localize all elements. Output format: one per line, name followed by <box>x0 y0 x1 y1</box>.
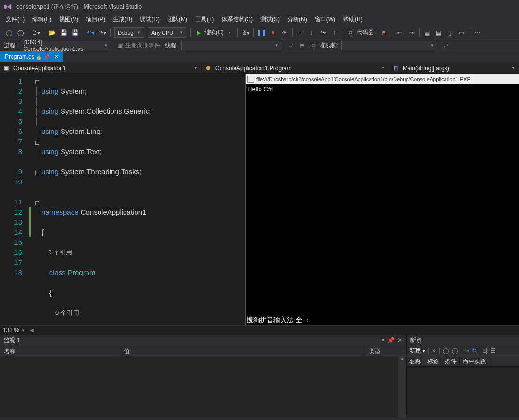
lifecycle-label: 生命周期事件 <box>125 41 160 49</box>
stackframe-combo[interactable]: ▼ <box>341 41 437 50</box>
menu-debug[interactable]: 调试(D) <box>136 14 163 25</box>
bp-disable-icon[interactable]: ◯ <box>452 348 458 354</box>
indent-button[interactable]: ⇥ <box>407 27 416 38</box>
menu-team[interactable]: 团队(M) <box>163 14 191 25</box>
menu-project[interactable]: 项目(P) <box>82 14 109 25</box>
restart-button[interactable]: ⟳ <box>280 27 289 38</box>
close-panel-icon[interactable]: ✕ <box>397 337 402 344</box>
bp-refresh-icon[interactable]: ↻ <box>472 348 477 354</box>
menu-window[interactable]: 窗口(W) <box>311 14 339 25</box>
open-button[interactable]: 📂 <box>47 27 57 38</box>
process-label: 进程: <box>4 41 17 49</box>
step-next-button[interactable]: → <box>296 27 305 38</box>
codemap-label[interactable]: 代码图 <box>357 28 374 36</box>
menu-edit[interactable]: 编辑(E) <box>28 14 55 25</box>
console-output[interactable]: Hello C#! 搜狗拼音输入法 全 ： <box>246 84 519 325</box>
scrollbar[interactable]: ▲ <box>398 356 406 417</box>
tab-label: Program.cs <box>5 53 34 60</box>
step-out-button[interactable]: ↑ <box>330 27 340 38</box>
save-button[interactable]: 💾 <box>59 27 68 38</box>
bp-export-icon[interactable]: ↪ <box>464 348 469 354</box>
flag-button[interactable]: ⚑ <box>379 27 389 38</box>
stackframe-extra[interactable]: ⇄ <box>441 40 451 51</box>
uncomment-button[interactable]: ▤ <box>434 27 444 38</box>
zoom-down-icon[interactable]: ▼ <box>21 328 25 333</box>
menu-help[interactable]: 帮助(H) <box>339 14 367 25</box>
codemap-icon[interactable]: ⿻ <box>346 27 356 38</box>
pin-icon[interactable]: 📌 <box>44 54 49 60</box>
continue-label[interactable]: 继续(C) <box>204 28 224 36</box>
zoom-value[interactable]: 133 % <box>3 327 19 334</box>
close-icon[interactable]: ✕ <box>54 54 59 60</box>
menu-architecture[interactable]: 体系结构(C) <box>218 14 257 25</box>
bottom-zone: 监视 1 ▾ 📌 ✕ 名称 值 类型 ▲ 断点 新建 ▾ ✕ ◯ ◯ <box>0 335 519 417</box>
nav-class-combo[interactable]: ⬣ ConsoleApplication1.Program ▼ <box>202 62 389 73</box>
step-over-button[interactable]: ↷ <box>319 27 328 38</box>
process-combo[interactable]: [13904] ConsoleApplication1.vs▼ <box>20 41 111 50</box>
bp-goto-icon[interactable]: ⇶ <box>483 348 488 354</box>
menu-view[interactable]: 视图(V) <box>55 14 82 25</box>
watch-col-value[interactable]: 值 <box>120 346 365 356</box>
thread-combo[interactable]: ▼ <box>181 41 282 50</box>
console-path: file:///D:/csharp/ch2/consoleApp1/Consol… <box>256 76 470 82</box>
redo-button[interactable]: ↷▾ <box>98 27 107 38</box>
bp-enable-icon[interactable]: ◯ <box>443 348 449 354</box>
watch-panel: 监视 1 ▾ 📌 ✕ 名称 值 类型 ▲ <box>0 335 407 417</box>
nav-back-button[interactable]: ◯ <box>4 27 13 38</box>
platform-combo[interactable]: Any CPU▼ <box>148 27 186 38</box>
editor-zone: 1234567 8 910 1112131415161718 -││││ - -… <box>0 74 519 325</box>
outline-gutter[interactable]: -││││ - - - <box>33 74 41 325</box>
menu-file[interactable]: 文件(F) <box>2 14 28 25</box>
console-titlebar[interactable]: file:///D:/csharp/ch2/consoleApp1/Consol… <box>246 74 519 84</box>
menu-build[interactable]: 生成(B) <box>109 14 136 25</box>
lifecycle-icon[interactable]: ▦ <box>115 40 124 51</box>
bp-new-button[interactable]: 新建 ▾ <box>409 347 425 355</box>
bp-col-label[interactable]: 标签 <box>424 356 442 366</box>
step-into-button[interactable]: ↓ <box>307 27 317 38</box>
bp-body[interactable] <box>407 367 519 417</box>
bp-cols-icon[interactable]: ☰ <box>491 348 496 354</box>
nav-method-combo[interactable]: ◧ Main(string[] args) ▼ <box>389 62 519 73</box>
flag2-icon[interactable]: ⚑ <box>297 40 307 51</box>
watch-col-type[interactable]: 类型 <box>365 346 406 356</box>
menu-test[interactable]: 测试(S) <box>257 14 284 25</box>
outdent-button[interactable]: ⇤ <box>395 27 405 38</box>
bp-col-hit[interactable]: 命中次数 <box>460 356 489 366</box>
undo-button[interactable]: ↶▾ <box>86 27 96 38</box>
threads-icon[interactable]: ⿻ <box>309 40 319 51</box>
stop-button[interactable]: ■ <box>268 27 278 38</box>
toolbar-extra-button[interactable]: ▭ <box>457 27 467 38</box>
new-project-button[interactable]: 🗋▾ <box>31 27 41 38</box>
code-editor[interactable]: 1234567 8 910 1112131415161718 -││││ - -… <box>0 74 245 325</box>
continue-button[interactable]: ▶ <box>194 27 203 38</box>
save-all-button[interactable]: 💾 <box>70 27 80 38</box>
watch-body[interactable]: ▲ <box>0 356 406 417</box>
line-number-gutter: 1234567 8 910 1112131415161718 <box>0 74 29 325</box>
menu-analyze[interactable]: 分析(N) <box>284 14 311 25</box>
zoom-slider-icon[interactable]: ◄ <box>29 327 35 334</box>
code-body[interactable]: using System; using System.Collections.G… <box>41 74 245 325</box>
browser-button[interactable]: 🖥▾ <box>241 27 250 38</box>
thread-label: 线程: <box>165 41 178 49</box>
menu-tools[interactable]: 工具(T) <box>191 14 218 25</box>
nav-fwd-button[interactable]: ◯ <box>15 27 25 38</box>
dropdown-icon[interactable]: ▾ <box>382 337 384 344</box>
bp-col-name[interactable]: 名称 <box>407 356 424 366</box>
tab-programcs[interactable]: Program.cs 🔒 📌 ✕ <box>0 51 63 62</box>
console-window: file:///D:/csharp/ch2/consoleApp1/Consol… <box>245 74 519 325</box>
comment-button[interactable]: ▤ <box>422 27 432 38</box>
config-combo[interactable]: Debug▼ <box>114 27 144 38</box>
bookmark-button[interactable]: ▯ <box>445 27 455 38</box>
bp-title: 断点 <box>410 336 422 345</box>
tab-row: Program.cs 🔒 📌 ✕ <box>0 51 519 62</box>
bp-delete-icon[interactable]: ✕ <box>432 348 436 354</box>
bp-columns: 名称 标签 条件 命中次数 <box>407 356 519 367</box>
toolbar-more-button[interactable]: ⋯ <box>473 27 482 38</box>
pin-panel-icon[interactable]: 📌 <box>387 337 395 344</box>
watch-col-name[interactable]: 名称 <box>0 346 120 356</box>
nav-project-combo[interactable]: ▣ ConsoleApplication1 ▼ <box>0 62 202 73</box>
filter-icon[interactable]: ▽ <box>286 40 296 51</box>
pause-button[interactable]: ❚❚ <box>257 27 266 38</box>
breakpoints-panel: 断点 新建 ▾ ✕ ◯ ◯ ↪ ↻ ⇶ ☰ 名称 标签 条件 命中次数 <box>407 335 519 417</box>
bp-col-cond[interactable]: 条件 <box>442 356 460 366</box>
